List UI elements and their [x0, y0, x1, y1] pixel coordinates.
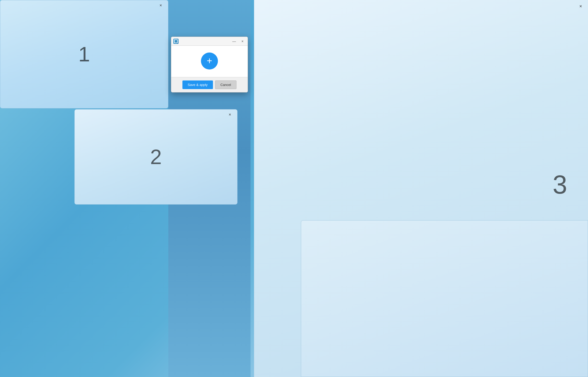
window-2: × 2 — [74, 109, 237, 205]
window-2-titlebar: × — [75, 109, 237, 120]
window-2-close-button[interactable]: × — [225, 111, 235, 118]
right-lower-panel — [301, 220, 588, 377]
window-1: × 1 — [0, 0, 168, 108]
dialog-add-button[interactable] — [201, 53, 218, 69]
window-1-number: 1 — [78, 42, 90, 66]
dialog-close-button[interactable]: × — [239, 38, 246, 44]
window-3-number: 3 — [553, 170, 567, 200]
window-3-close-button[interactable]: × — [576, 3, 585, 10]
dialog-footer: Save & apply Cancel — [171, 77, 248, 92]
window-2-number: 2 — [150, 145, 162, 169]
dialog-app-icon — [173, 39, 179, 44]
dialog-controls: — × — [230, 38, 246, 44]
save-apply-button[interactable]: Save & apply — [182, 80, 213, 89]
window-1-titlebar: × — [0, 0, 168, 11]
cancel-button[interactable]: Cancel — [215, 80, 236, 89]
dialog-titlebar: — × — [171, 37, 248, 46]
dialog-body — [171, 46, 248, 77]
dialog-minimize-button[interactable]: — — [230, 38, 238, 44]
dialog: — × Save & apply Cancel — [171, 37, 248, 92]
window-1-close-button[interactable]: × — [156, 2, 165, 9]
